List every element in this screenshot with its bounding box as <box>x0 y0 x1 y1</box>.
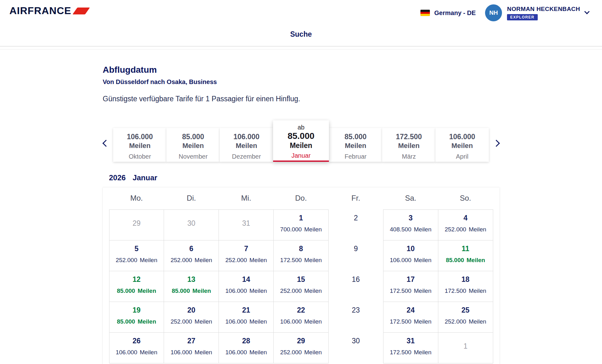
day-number: 16 <box>329 275 383 283</box>
calendar-day-adjacent-1: 1 <box>438 333 493 363</box>
calendar-day-18[interactable]: 18172.500Meilen <box>438 271 493 302</box>
calendar-day-9: 9 <box>328 240 383 271</box>
airfrance-logo[interactable]: AIRFRANCE <box>9 5 87 17</box>
calendar-day-21[interactable]: 21106.000Meilen <box>219 302 274 333</box>
calendar-day-4[interactable]: 4252.000Meilen <box>438 210 493 240</box>
day-price-unit: Meilen <box>304 349 322 356</box>
day-price-value: 106.000 <box>225 318 247 325</box>
day-price-value: 106.000 <box>171 349 192 356</box>
calendar-day-31[interactable]: 31172.500Meilen <box>383 333 438 363</box>
day-number: 31 <box>219 219 273 227</box>
day-price: 700.000Meilen <box>274 226 328 233</box>
month-card-price: 106.000 <box>436 132 489 141</box>
day-price: 172.500Meilen <box>384 287 438 294</box>
month-card-november[interactable]: 85.000MeilenNovember <box>166 128 220 162</box>
month-card-price: 106.000 <box>220 132 273 141</box>
day-number: 14 <box>219 275 273 283</box>
calendar-day-23: 23 <box>328 302 383 333</box>
day-price-unit: Meilen <box>249 318 267 325</box>
day-number: 2 <box>329 214 383 222</box>
day-price-value: 252.000 <box>280 349 302 356</box>
month-card-price: 85.000 <box>166 132 220 141</box>
calendar-day-11[interactable]: 1185.000Meilen <box>438 240 493 271</box>
header-divider <box>0 46 602 50</box>
calendar-day-1[interactable]: 1700.000Meilen <box>274 210 329 240</box>
day-number: 12 <box>110 275 164 283</box>
route-subtitle: Von Düsseldorf nach Osaka, Business <box>103 78 499 86</box>
month-card-april[interactable]: 106.000MeilenApril <box>436 128 489 162</box>
calendar-day-29[interactable]: 29252.000Meilen <box>274 333 329 363</box>
month-card-label: Dezember <box>220 153 273 160</box>
carousel-prev-button[interactable] <box>100 138 112 149</box>
calendar-day-15[interactable]: 15252.000Meilen <box>274 271 329 302</box>
calendar-day-7[interactable]: 7252.000Meilen <box>219 240 274 271</box>
month-card-januar[interactable]: ab85.000MeilenJanuar <box>273 120 329 162</box>
day-price: 85.000Meilen <box>110 318 164 325</box>
calendar-day-25[interactable]: 25252.000Meilen <box>438 302 493 333</box>
day-price-value: 252.000 <box>171 318 192 325</box>
germany-flag-icon <box>420 10 430 16</box>
calendar-day-27[interactable]: 27106.000Meilen <box>164 333 219 363</box>
calendar-day-2: 2 <box>328 210 383 240</box>
day-number: 31 <box>384 337 438 345</box>
day-number: 8 <box>274 245 328 253</box>
day-number: 3 <box>384 214 438 222</box>
calendar-day-3[interactable]: 3408.500Meilen <box>383 210 438 240</box>
weekday-label: Mi. <box>219 192 274 210</box>
month-card-label: Februar <box>329 153 382 160</box>
month-card-marz[interactable]: 172.500MeilenMärz <box>382 128 436 162</box>
day-price: 252.000Meilen <box>439 226 493 233</box>
day-number: 30 <box>164 219 218 227</box>
day-number: 9 <box>329 245 383 253</box>
calendar-day-6[interactable]: 6252.000Meilen <box>164 240 219 271</box>
calendar-day-12[interactable]: 1285.000Meilen <box>109 271 164 302</box>
day-number: 27 <box>164 337 218 345</box>
day-price-value: 172.500 <box>390 288 411 294</box>
month-card-label: April <box>436 153 489 160</box>
day-number: 23 <box>329 306 383 314</box>
calendar-day-10[interactable]: 10106.000Meilen <box>383 240 438 271</box>
day-price: 172.500Meilen <box>384 318 438 325</box>
month-card-februar[interactable]: 85.000MeilenFebruar <box>329 128 382 162</box>
day-price-unit: Meilen <box>414 349 431 356</box>
account-menu[interactable]: NH NORMAN HECKENBACH EXPLORER <box>485 4 589 21</box>
calendar-day-28[interactable]: 28106.000Meilen <box>219 333 274 363</box>
calendar-day-adjacent-31: 31 <box>219 210 274 240</box>
month-card-oktober[interactable]: 106.000MeilenOktober <box>113 128 166 162</box>
calendar-day-8[interactable]: 8172.500Meilen <box>274 240 329 271</box>
month-card-label: März <box>382 153 436 160</box>
calendar-day-13[interactable]: 1385.000Meilen <box>164 271 219 302</box>
month-card-dezember[interactable]: 106.000MeilenDezember <box>220 128 273 162</box>
calendar-day-19[interactable]: 1985.000Meilen <box>109 302 164 333</box>
calendar-day-17[interactable]: 17172.500Meilen <box>383 271 438 302</box>
day-price-value: 408.500 <box>390 226 411 233</box>
calendar-day-20[interactable]: 20252.000Meilen <box>164 302 219 333</box>
carousel-next-button[interactable] <box>491 138 502 149</box>
locale-selector[interactable]: Germany - DE <box>420 9 476 17</box>
calendar-month-label: Januar <box>133 173 157 182</box>
day-price: 85.000Meilen <box>439 256 493 264</box>
weekday-label: Do. <box>274 192 329 210</box>
day-number: 1 <box>439 342 493 350</box>
day-number: 19 <box>110 306 164 314</box>
day-price-unit: Meilen <box>467 257 485 263</box>
day-number: 5 <box>110 245 164 253</box>
day-price-unit: Meilen <box>140 257 157 263</box>
calendar-day-26[interactable]: 26106.000Meilen <box>109 333 164 363</box>
day-number: 24 <box>384 306 438 314</box>
month-card-unit: Meilen <box>113 141 166 150</box>
calendar-day-14[interactable]: 14106.000Meilen <box>219 271 274 302</box>
day-price-value: 172.500 <box>445 288 466 294</box>
day-price-value: 252.000 <box>280 288 302 294</box>
day-number: 11 <box>439 245 493 253</box>
day-number: 17 <box>384 275 438 283</box>
day-number: 10 <box>384 245 438 253</box>
day-price: 408.500Meilen <box>384 226 438 233</box>
calendar-day-24[interactable]: 24172.500Meilen <box>383 302 438 333</box>
day-price-value: 106.000 <box>116 349 137 356</box>
day-price: 172.500Meilen <box>274 256 328 264</box>
calendar-day-22[interactable]: 22106.000Meilen <box>274 302 329 333</box>
day-price: 106.000Meilen <box>219 349 273 356</box>
calendar-day-5[interactable]: 5252.000Meilen <box>109 240 164 271</box>
tab-search[interactable]: Suche <box>290 30 312 39</box>
